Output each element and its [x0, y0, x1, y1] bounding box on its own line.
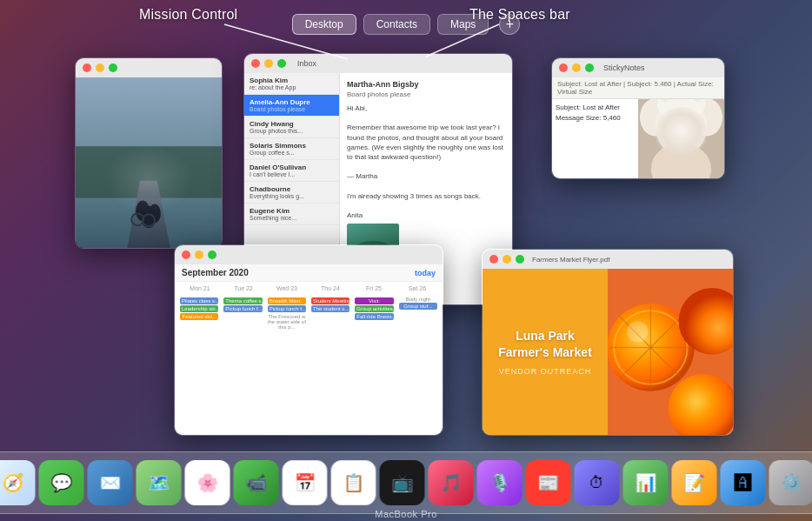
calendar-event[interactable]: Fall-ride Brests... — [355, 313, 393, 320]
preview-content: Luna Park Farmer's Market VENDOR OUTREAC… — [483, 269, 733, 435]
mail-item[interactable]: Cindy Hwang Group photos this... — [244, 117, 339, 138]
notes-title: StickyNotes — [603, 63, 645, 72]
notes-content: Subject: Lost at After | Subject: 5.460 … — [552, 77, 724, 178]
dock-music[interactable]: 🎵 — [429, 460, 474, 505]
dock-calendar[interactable]: 📅 — [283, 460, 328, 505]
mail-titlebar: Inbox — [244, 54, 512, 73]
calendar-event[interactable]: Leadership ski... — [180, 305, 218, 312]
mail-body: Hi Abi, Remember that awesome trip we to… — [347, 104, 505, 220]
minimize-button[interactable] — [572, 63, 581, 72]
dock-podcasts[interactable]: 🎙️ — [477, 460, 522, 505]
dock-appletv[interactable]: 📺 — [380, 460, 425, 505]
svg-point-17 — [667, 119, 676, 128]
minimize-button[interactable] — [195, 250, 203, 259]
calendar-today[interactable]: today — [415, 269, 436, 277]
calendar-event[interactable]: Breadth Mast... — [268, 297, 306, 304]
close-button[interactable] — [489, 255, 498, 264]
macbook-label: MacBook Pro — [375, 509, 437, 519]
dock-messages[interactable]: 💬 — [39, 460, 84, 505]
svg-point-32 — [627, 321, 648, 342]
dock-appstore[interactable]: 🅰 — [721, 460, 766, 505]
day-header: Fri 25 — [352, 284, 396, 293]
day-header: Thu 24 — [309, 284, 352, 293]
maximize-button[interactable] — [585, 63, 594, 72]
calendar-event[interactable]: Group stuf... — [399, 303, 437, 310]
calendar-event[interactable]: Pickup lunch f... — [268, 305, 306, 312]
dock-maps[interactable]: 🗺️ — [136, 460, 182, 505]
day-header: Mon 21 — [178, 284, 222, 293]
calendar-event[interactable]: Pickup lunch f... — [223, 305, 262, 312]
mail-subject: Board photos please — [347, 90, 505, 98]
photo-content — [76, 77, 222, 248]
calendar-event[interactable]: Featured skil... — [180, 313, 218, 320]
close-button[interactable] — [83, 63, 91, 72]
calendar-grid-container: Mon 21 Tue 22 Wed 23 Thu 24 Fri 25 Sat 2… — [175, 282, 443, 333]
preview-window[interactable]: Farmers Market Flyer.pdf Luna Park Farme… — [482, 249, 734, 436]
dock: 🚀 🧭 💬 ✉️ 🗺️ 🌸 📹 📅 📋 📺 🎵 🎙️ 📰 — [0, 451, 812, 514]
calendar-event[interactable]: Visit: — [355, 297, 393, 304]
space-contacts[interactable]: Contacts — [363, 14, 430, 35]
maximize-button[interactable] — [516, 255, 524, 264]
mail-item[interactable]: Sophia Kim re: about the App — [244, 73, 339, 95]
mail-item[interactable]: Daniel O'Sullivan I can't believe I... — [244, 160, 339, 182]
mail-item[interactable]: Chadbourne Everything looks g... — [244, 182, 339, 204]
calendar-event[interactable]: Pilates class s... — [180, 297, 218, 304]
minimize-button[interactable] — [264, 59, 273, 68]
dock-safari[interactable]: 🧭 — [0, 460, 36, 505]
calendar-day[interactable]: Pilates class s... Leadership ski... Fea… — [178, 295, 220, 331]
calendar-day[interactable]: Breadth Mast... Pickup lunch f... The Fr… — [266, 295, 308, 331]
dock-pages[interactable]: 📝 — [672, 460, 717, 505]
space-desktop[interactable]: Desktop — [292, 14, 356, 35]
mail-item[interactable]: Eugene Kim Something nice... — [244, 204, 339, 225]
mail-title: Inbox — [297, 59, 316, 68]
dock-systemprefs[interactable]: ⚙️ — [769, 460, 813, 505]
calendar-month: September 2020 — [182, 268, 249, 277]
mail-item-selected[interactable]: Amelia-Ann Dupre Board photos please — [244, 95, 339, 117]
calendar-event[interactable]: Thema coffee s... — [223, 297, 262, 304]
maximize-button[interactable] — [277, 59, 286, 68]
preview-image — [608, 269, 733, 435]
dock-reminders[interactable]: 📋 — [331, 460, 376, 505]
close-button[interactable] — [182, 250, 190, 259]
calendar-event[interactable]: The student s... — [311, 305, 349, 312]
calendar-day[interactable]: Visit: Group activities... Fall-ride Bre… — [353, 295, 395, 331]
close-button[interactable] — [559, 63, 568, 72]
close-button[interactable] — [251, 59, 260, 68]
dock-mail[interactable]: ✉️ — [88, 460, 133, 505]
calendar-content: September 2020 today Mon 21 Tue 22 Wed 2… — [175, 264, 443, 435]
calendar-day[interactable]: Body night Group stuf... — [397, 295, 439, 331]
dock-facetime[interactable]: 📹 — [234, 460, 279, 505]
dock-screentime[interactable]: ⏱ — [575, 460, 620, 505]
preview-doc-subtitle: VENDOR OUTREACH — [499, 367, 592, 376]
mail-item[interactable]: Solaris Simmons Group coffee s... — [244, 138, 339, 160]
dock-numbers[interactable]: 📊 — [623, 460, 669, 505]
maximize-button[interactable] — [109, 63, 117, 72]
calendar-day[interactable]: Student Meeting The student s... — [309, 295, 351, 331]
space-maps[interactable]: Maps — [437, 14, 489, 35]
mail-from: Martha-Ann Bigsby — [347, 80, 505, 89]
calendar-event[interactable]: Group activities... — [355, 305, 393, 312]
calendar-header: September 2020 today — [175, 264, 443, 282]
photo-window[interactable] — [75, 57, 223, 249]
maximize-button[interactable] — [208, 250, 216, 259]
calendar-day[interactable]: Thema coffee s... Pickup lunch f... — [222, 295, 263, 331]
svg-point-18 — [687, 119, 696, 128]
preview-filename: Farmers Market Flyer.pdf — [532, 256, 609, 264]
svg-point-21 — [677, 132, 686, 137]
minimize-button[interactable] — [96, 63, 104, 72]
minimize-button[interactable] — [503, 255, 511, 264]
notes-header: Subject: Lost at After | Subject: 5.460 … — [552, 77, 724, 99]
notes-text: Subject: Lost at AfterMessage Size: 5,46… — [552, 99, 638, 178]
notes-window[interactable]: StickyNotes Subject: Lost at After | Sub… — [551, 57, 725, 179]
photo-titlebar — [76, 58, 222, 77]
add-space-button[interactable]: + — [499, 14, 520, 35]
calendar-window[interactable]: September 2020 today Mon 21 Tue 22 Wed 2… — [174, 244, 443, 436]
svg-point-16 — [657, 99, 705, 122]
notes-body: Subject: Lost at AfterMessage Size: 5,46… — [552, 99, 724, 178]
dock-news[interactable]: 📰 — [526, 460, 571, 505]
calendar-event[interactable]: Student Meeting — [311, 297, 349, 304]
dog-photo — [638, 99, 724, 178]
dock-photos[interactable]: 🌸 — [185, 460, 230, 505]
cal-note: The Frescoed w the water side of this p.… — [268, 314, 306, 330]
notes-image — [638, 99, 724, 178]
